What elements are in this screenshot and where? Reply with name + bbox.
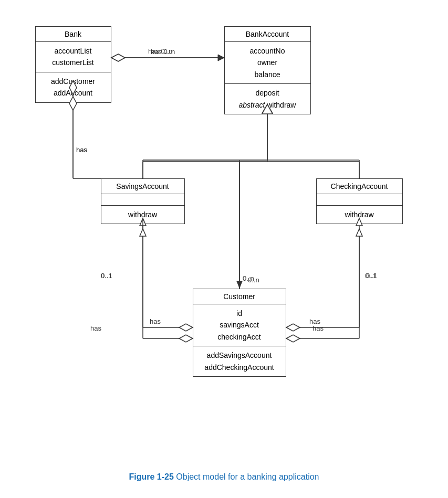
svg-marker-54 bbox=[356, 229, 362, 236]
savingsaccount-class-name: SavingsAccount bbox=[101, 179, 184, 194]
svg-text:has: has bbox=[76, 146, 87, 154]
customer-class-attrs: idsavingsAcctcheckingAcct bbox=[193, 304, 286, 346]
checkingaccount-class: CheckingAccount withdraw bbox=[316, 178, 403, 224]
svg-marker-32 bbox=[111, 54, 125, 61]
bankaccount-class-name: BankAccount bbox=[225, 27, 310, 42]
savingsaccount-class: SavingsAccount withdraw bbox=[101, 178, 185, 224]
svg-text:0..n: 0..n bbox=[243, 274, 254, 282]
bankaccount-class-attrs: accountNoownerbalance bbox=[225, 42, 310, 84]
svg-marker-45 bbox=[179, 324, 193, 331]
svg-marker-16 bbox=[179, 335, 193, 342]
svg-text:has: has bbox=[312, 324, 324, 332]
bank-class-methods: addCustomeraddAccount bbox=[36, 72, 111, 102]
customer-class: Customer idsavingsAcctcheckingAcct addSa… bbox=[193, 289, 286, 377]
svg-marker-48 bbox=[140, 229, 146, 236]
savingsaccount-class-attrs bbox=[101, 194, 184, 206]
svg-marker-31 bbox=[218, 55, 224, 60]
svg-text:has: has bbox=[150, 317, 161, 325]
svg-text:has: has bbox=[76, 146, 87, 154]
savingsaccount-class-methods: withdraw bbox=[101, 206, 184, 224]
bank-class: Bank accountListcustomerList addCustomer… bbox=[35, 26, 111, 103]
svg-text:has: has bbox=[90, 324, 101, 332]
svg-marker-51 bbox=[286, 324, 300, 331]
svg-text:0..1: 0..1 bbox=[366, 272, 378, 280]
svg-marker-22 bbox=[286, 335, 300, 342]
svg-text:has 0..n: has 0..n bbox=[148, 47, 172, 55]
svg-marker-3 bbox=[218, 55, 224, 61]
customer-class-methods: addSavingsAccountaddCheckingAccount bbox=[193, 346, 286, 376]
svg-text:0..n: 0..n bbox=[248, 276, 259, 284]
svg-text:has: has bbox=[309, 317, 320, 325]
svg-text:has 0..n: has 0..n bbox=[151, 48, 175, 56]
bankaccount-class: BankAccount accountNoownerbalance deposi… bbox=[224, 26, 311, 114]
checkingaccount-class-attrs bbox=[317, 194, 402, 206]
figure-caption-bold: Figure 1-25 bbox=[129, 472, 174, 481]
svg-marker-2 bbox=[111, 54, 125, 61]
svg-marker-43 bbox=[236, 281, 243, 289]
figure-caption-text: Object model for a banking application bbox=[174, 472, 319, 481]
checkingaccount-class-methods: withdraw bbox=[317, 206, 402, 224]
svg-text:0..1: 0..1 bbox=[101, 272, 112, 280]
customer-class-name: Customer bbox=[193, 289, 286, 304]
bank-class-name: Bank bbox=[36, 27, 111, 42]
checkingaccount-class-name: CheckingAccount bbox=[317, 179, 402, 194]
svg-text:0..1: 0..1 bbox=[101, 272, 112, 280]
uml-diagram: Bank accountListcustomerList addCustomer… bbox=[19, 10, 429, 462]
bankaccount-class-methods: depositabstract withdraw bbox=[225, 84, 310, 114]
svg-text:0..1: 0..1 bbox=[365, 272, 377, 280]
bank-class-attrs: accountListcustomerList bbox=[36, 42, 111, 72]
figure-caption: Figure 1-25 Object model for a banking a… bbox=[129, 472, 319, 482]
